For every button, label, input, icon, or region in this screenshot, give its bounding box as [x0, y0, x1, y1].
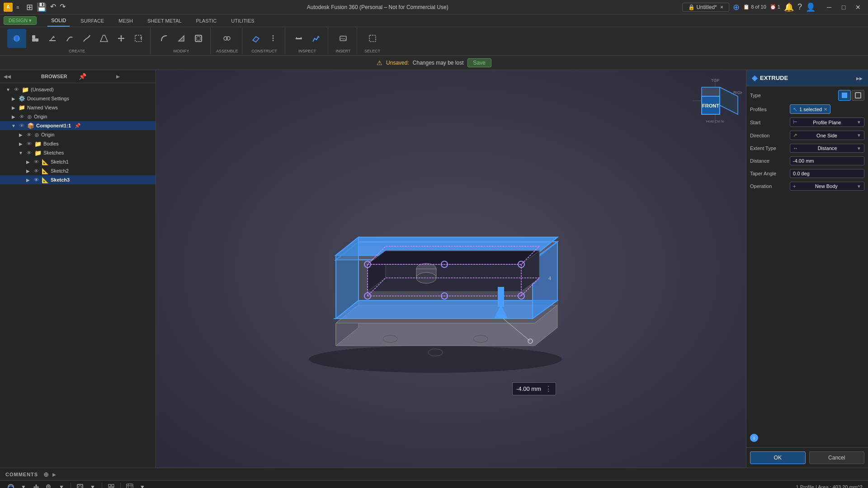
- eye-icon-origin[interactable]: 👁: [18, 113, 25, 120]
- loft-btn[interactable]: [96, 30, 112, 47]
- menu-app[interactable]: ≡: [16, 5, 19, 10]
- start-dropdown[interactable]: ⊢ Profile Plane ▼: [790, 117, 864, 127]
- grid-btn[interactable]: [106, 482, 117, 488]
- tab-surface[interactable]: SURFACE: [77, 14, 108, 27]
- tree-item-bodies[interactable]: ▶ 👁 📁 Bodies: [0, 139, 156, 148]
- eye-icon-comp-origin[interactable]: 👁: [25, 131, 33, 138]
- tab-utilities[interactable]: UTILITIES: [227, 14, 258, 27]
- zoom-dropdown-btn[interactable]: ▼: [56, 482, 67, 488]
- insert-image-btn[interactable]: [335, 30, 351, 47]
- viewport[interactable]: 4 -4.00 mm ⋮ FRONT TOP RIGHT: [156, 70, 746, 468]
- select-btn[interactable]: [130, 30, 146, 47]
- browser-pin-btn[interactable]: 📌: [79, 73, 114, 80]
- eye-icon-sketch1[interactable]: 👁: [33, 158, 40, 165]
- construct-axis-btn[interactable]: [265, 30, 281, 47]
- new-component-btn[interactable]: [27, 30, 43, 47]
- save-changes-btn[interactable]: Save: [467, 58, 491, 67]
- view-cube[interactable]: FRONT TOP RIGHT Hold Ctrl to: [688, 74, 742, 132]
- tab-sheet-metal[interactable]: SHEET METAL: [144, 14, 185, 27]
- analysis-btn[interactable]: [308, 30, 324, 47]
- eye-icon-sketches[interactable]: 👁: [25, 149, 33, 156]
- expand-doc[interactable]: ▶: [11, 96, 16, 101]
- expand-sketches[interactable]: ▼: [18, 150, 24, 155]
- direction-dropdown[interactable]: ↗ One Side ▼: [790, 131, 864, 140]
- extent-type-dropdown[interactable]: ↔ Distance ▼: [790, 144, 864, 153]
- eye-icon-sketch2[interactable]: 👁: [33, 167, 40, 174]
- tree-item-root[interactable]: ▼ 👁 📁 (Unsaved): [0, 85, 156, 94]
- browser-collapse-btn[interactable]: ◀◀: [4, 74, 39, 79]
- type-solid-btn[interactable]: [838, 90, 851, 101]
- expand-named-views[interactable]: ▶: [11, 105, 16, 110]
- eye-icon-sketch3[interactable]: 👁: [33, 176, 40, 183]
- tab-solid[interactable]: SOLID: [47, 14, 70, 27]
- tree-item-component1[interactable]: ▼ 👁 📦 Component1:1 📌: [0, 121, 156, 130]
- tab-plastic[interactable]: PLASTIC: [192, 14, 220, 27]
- ok-btn[interactable]: OK: [750, 451, 806, 464]
- expand-bodies[interactable]: ▶: [18, 141, 24, 146]
- profile-btn[interactable]: 👤: [806, 2, 816, 12]
- expand-comp-origin[interactable]: ▶: [18, 132, 24, 137]
- new-file-btn[interactable]: ⊞: [26, 2, 33, 12]
- extrude-toolbar-btn[interactable]: [7, 29, 26, 48]
- close-btn[interactable]: ✕: [852, 3, 864, 12]
- eye-icon-root[interactable]: 👁: [13, 86, 20, 93]
- sweep-btn[interactable]: [79, 30, 95, 47]
- fillet-btn[interactable]: [156, 30, 172, 47]
- profiles-clear-btn[interactable]: ×: [824, 106, 827, 113]
- panel-expand-btn[interactable]: ▸▸: [856, 75, 863, 82]
- expand-sketch2[interactable]: ▶: [25, 168, 31, 174]
- taper-angle-input[interactable]: [790, 169, 864, 178]
- shell-btn[interactable]: [190, 30, 207, 47]
- tree-item-sketch3[interactable]: ▶ 👁 📐 Sketch3: [0, 175, 156, 184]
- construct-plane-btn[interactable]: [248, 30, 264, 47]
- tab-title[interactable]: 🔒 Untitled* ×: [682, 3, 729, 12]
- expand-origin[interactable]: ▶: [11, 114, 16, 119]
- design-menu[interactable]: DESIGN ▾: [4, 16, 37, 25]
- move-btn[interactable]: [113, 30, 129, 47]
- comp-pin-btn[interactable]: 📌: [75, 123, 81, 129]
- tree-item-comp-origin[interactable]: ▶ 👁 ⊕ Origin: [0, 130, 156, 139]
- type-thin-btn[interactable]: [852, 90, 864, 101]
- look-btn[interactable]: ▼: [18, 482, 29, 488]
- grid-dropdown-btn[interactable]: ▼: [137, 482, 148, 488]
- comments-expand-btn[interactable]: ▸: [52, 471, 56, 478]
- undo-btn[interactable]: ↶: [50, 2, 56, 12]
- expand-comp1[interactable]: ▼: [11, 123, 16, 128]
- expand-sketch1[interactable]: ▶: [25, 159, 31, 164]
- browser-expand-btn[interactable]: ▸: [116, 73, 152, 80]
- measure-btn[interactable]: [291, 30, 307, 47]
- save-btn-title[interactable]: 💾: [37, 2, 47, 12]
- minimize-btn[interactable]: ─: [823, 3, 835, 12]
- orbit-btn[interactable]: [5, 482, 16, 488]
- notification-btn[interactable]: 🔔: [784, 2, 794, 12]
- cancel-btn[interactable]: Cancel: [809, 451, 865, 464]
- eye-icon-bodies[interactable]: 👁: [25, 140, 33, 147]
- joint-btn[interactable]: [219, 30, 235, 47]
- operation-dropdown[interactable]: + New Body ▼: [790, 182, 864, 191]
- maximize-btn[interactable]: □: [837, 3, 850, 12]
- tree-item-doc-settings[interactable]: ▶ ⚙️ Document Settings: [0, 94, 156, 103]
- tab-close[interactable]: ×: [720, 4, 723, 10]
- select-box-btn[interactable]: [364, 30, 381, 47]
- revolve-btn[interactable]: [61, 30, 78, 47]
- new-tab-btn[interactable]: ⊕: [733, 2, 740, 12]
- clock-btn[interactable]: ⏰ 1: [770, 4, 780, 10]
- comments-add-btn[interactable]: ⊕: [43, 471, 49, 478]
- zoom-btn[interactable]: [43, 482, 54, 488]
- info-btn[interactable]: i: [750, 434, 758, 442]
- display-dropdown-btn[interactable]: ▼: [87, 482, 98, 488]
- redo-btn[interactable]: ↷: [60, 2, 66, 12]
- expand-sketch3[interactable]: ▶: [25, 177, 31, 183]
- help-btn[interactable]: ?: [797, 2, 802, 12]
- chamfer-btn[interactable]: [173, 30, 189, 47]
- profiles-selected-badge[interactable]: ↖ 1 selected ×: [790, 104, 830, 114]
- grid-settings-btn[interactable]: [124, 482, 135, 488]
- expand-root[interactable]: ▼: [5, 87, 11, 92]
- distance-menu-btn[interactable]: ⋮: [545, 385, 552, 393]
- tree-item-sketch1[interactable]: ▶ 👁 📐 Sketch1: [0, 157, 156, 166]
- distance-input[interactable]: [790, 156, 864, 165]
- eye-icon-comp1[interactable]: 👁: [18, 122, 25, 129]
- tab-mesh[interactable]: MESH: [115, 14, 137, 27]
- display-mode-btn[interactable]: [75, 482, 85, 488]
- view-cube-svg[interactable]: FRONT TOP RIGHT Hold Ctrl to: [688, 74, 742, 128]
